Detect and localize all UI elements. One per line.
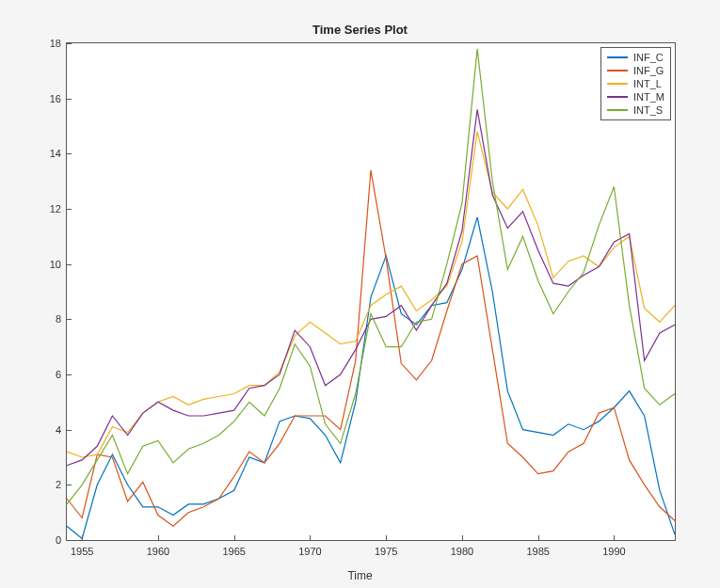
xtick-label: 1970 [298, 546, 321, 557]
series-INT_M [67, 109, 675, 465]
xtick-label: 1985 [526, 546, 549, 557]
xtick-label: 1980 [451, 546, 473, 557]
series-INT_S [67, 49, 675, 504]
series-INF_C [67, 217, 675, 539]
ytick-label: 6 [35, 369, 61, 380]
ytick-label: 4 [35, 424, 61, 436]
legend-label: INF_C [633, 51, 664, 64]
legend-label: INF_G [633, 64, 664, 77]
legend-item: INT_L [607, 77, 664, 90]
series-INF_G [67, 170, 675, 526]
legend-swatch [607, 70, 628, 72]
xtick-label: 1960 [147, 546, 169, 557]
xtick-label: 1975 [375, 546, 397, 557]
ytick-label: 18 [35, 38, 61, 49]
legend-swatch [607, 109, 628, 111]
legend-swatch [607, 83, 628, 85]
ytick-label: 8 [35, 313, 61, 325]
legend-swatch [607, 56, 628, 58]
legend-label: INT_S [633, 103, 663, 117]
legend-item: INF_C [607, 51, 664, 64]
xtick-label: 1990 [602, 546, 625, 557]
series-INT_L [67, 132, 675, 457]
legend-item: INF_G [607, 64, 664, 77]
ytick-label: 12 [35, 203, 61, 215]
axes: INF_CINF_GINT_LINT_MINT_S 19551960196519… [66, 42, 676, 541]
chart-title: Time Series Plot [0, 23, 720, 37]
ytick-label: 0 [35, 534, 61, 546]
ytick-label: 10 [35, 259, 61, 270]
legend-label: INT_M [633, 90, 664, 103]
ytick-label: 2 [35, 479, 61, 490]
legend-item: INT_S [607, 103, 664, 117]
x-axis-label: Time [0, 569, 720, 582]
ytick-label: 14 [35, 148, 61, 159]
legend: INF_CINF_GINT_LINT_MINT_S [600, 47, 671, 120]
legend-label: INT_L [633, 77, 662, 90]
figure: Time Series Plot INF_CINF_GINT_LINT_MINT… [0, 0, 720, 588]
xtick-label: 1955 [71, 546, 93, 557]
legend-item: INT_M [607, 90, 664, 103]
legend-swatch [607, 96, 628, 98]
ytick-label: 16 [35, 93, 61, 104]
xtick-label: 1965 [222, 546, 245, 557]
plot-canvas [67, 43, 675, 540]
